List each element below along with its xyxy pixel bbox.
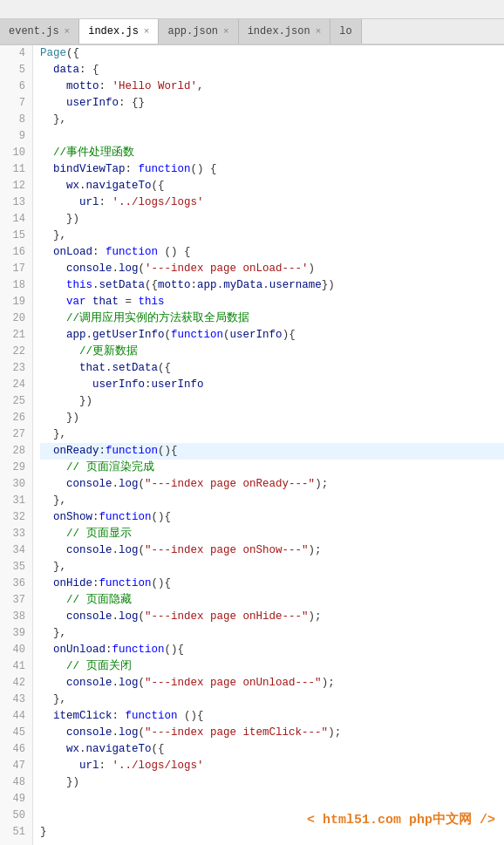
line-number-7: 7	[0, 95, 32, 112]
tab-lo[interactable]: lo	[330, 19, 361, 44]
code-panel[interactable]: Page({ data: { motto: 'Hello World', use…	[33, 45, 504, 845]
line-number-38: 38	[0, 609, 32, 625]
line-number-14: 14	[0, 211, 32, 228]
line-number-12: 12	[0, 178, 32, 194]
line-number-34: 34	[0, 542, 32, 559]
line-number-5: 5	[0, 62, 32, 78]
code-line-47: url: '../logs/logs'	[40, 758, 504, 774]
code-line-7: userInfo: {}	[40, 95, 504, 112]
line-number-19: 19	[0, 294, 32, 310]
line-number-36: 36	[0, 576, 32, 592]
tab-label: lo	[339, 25, 351, 37]
line-number-35: 35	[0, 559, 32, 576]
line-number-41: 41	[0, 658, 32, 675]
code-line-45: console.log("---index page itemClick---"…	[40, 725, 504, 741]
code-line-18: this.setData({motto:app.myData.username}…	[40, 277, 504, 294]
line-number-8: 8	[0, 112, 32, 128]
code-line-20: //调用应用实例的方法获取全局数据	[40, 310, 504, 327]
line-number-48: 48	[0, 774, 32, 791]
tab-close-index-json[interactable]: ×	[316, 26, 322, 37]
code-line-33: // 页面显示	[40, 526, 504, 542]
code-line-48: })	[40, 774, 504, 791]
code-line-12: wx.navigateTo({	[40, 178, 504, 194]
line-number-39: 39	[0, 625, 32, 642]
line-number-37: 37	[0, 592, 32, 609]
line-number-40: 40	[0, 642, 32, 658]
line-number-13: 13	[0, 194, 32, 211]
code-line-35: },	[40, 559, 504, 576]
code-line-32: onShow:function(){	[40, 509, 504, 526]
code-line-46: wx.navigateTo({	[40, 741, 504, 758]
code-line-43: },	[40, 692, 504, 708]
line-number-17: 17	[0, 261, 32, 277]
tab-close-index-js[interactable]: ×	[144, 26, 150, 37]
code-line-15: },	[40, 228, 504, 244]
tab-app-json[interactable]: app.json×	[159, 19, 238, 44]
code-line-36: onHide:function(){	[40, 576, 504, 592]
line-number-28: 28	[0, 443, 32, 460]
line-number-20: 20	[0, 310, 32, 327]
code-line-49	[40, 791, 504, 808]
line-number-23: 23	[0, 360, 32, 377]
line-number-32: 32	[0, 509, 32, 526]
line-number-22: 22	[0, 344, 32, 360]
code-line-31: },	[40, 493, 504, 509]
line-number-10: 10	[0, 145, 32, 161]
line-number-15: 15	[0, 228, 32, 244]
code-line-25: })	[40, 393, 504, 410]
code-line-34: console.log("---index page onShow---");	[40, 542, 504, 559]
tab-label: event.js	[9, 25, 59, 37]
tab-close-event-js[interactable]: ×	[65, 26, 71, 37]
code-line-41: // 页面关闭	[40, 658, 504, 675]
line-number-24: 24	[0, 377, 32, 393]
code-line-38: console.log("---index page onHide---");	[40, 609, 504, 625]
line-number-4: 4	[0, 45, 32, 62]
code-line-30: console.log("---index page onReady---");	[40, 476, 504, 493]
tab-index-json[interactable]: index.json×	[239, 19, 331, 44]
code-line-51: }	[40, 824, 504, 841]
tab-label: index.json	[248, 25, 310, 37]
code-line-8: },	[40, 112, 504, 128]
line-number-25: 25	[0, 393, 32, 410]
line-number-46: 46	[0, 741, 32, 758]
line-number-51: 51	[0, 824, 32, 841]
code-line-50	[40, 808, 504, 824]
line-number-11: 11	[0, 161, 32, 178]
line-number-50: 50	[0, 808, 32, 824]
line-number-31: 31	[0, 493, 32, 509]
line-number-45: 45	[0, 725, 32, 741]
line-number-43: 43	[0, 692, 32, 708]
code-line-39: },	[40, 625, 504, 642]
code-line-27: },	[40, 426, 504, 443]
tab-close-app-json[interactable]: ×	[223, 26, 229, 37]
line-number-6: 6	[0, 78, 32, 95]
line-number-18: 18	[0, 277, 32, 294]
tab-bar: event.js×index.js×app.json×index.json×lo	[0, 19, 504, 45]
line-number-30: 30	[0, 476, 32, 493]
code-line-9	[40, 128, 504, 145]
code-line-22: //更新数据	[40, 344, 504, 360]
code-line-4: Page({	[40, 45, 504, 62]
line-number-26: 26	[0, 410, 32, 426]
line-number-42: 42	[0, 675, 32, 692]
code-line-5: data: {	[40, 62, 504, 78]
code-line-37: // 页面隐藏	[40, 592, 504, 609]
line-number-49: 49	[0, 791, 32, 808]
code-line-14: })	[40, 211, 504, 228]
line-number-16: 16	[0, 244, 32, 261]
line-number-44: 44	[0, 708, 32, 725]
tab-label: index.js	[88, 25, 139, 37]
code-line-19: var that = this	[40, 294, 504, 310]
code-line-42: console.log("---index page onUnload---")…	[40, 675, 504, 692]
line-number-9: 9	[0, 128, 32, 145]
code-line-40: onUnload:function(){	[40, 642, 504, 658]
tab-index-js[interactable]: index.js×	[79, 19, 159, 45]
line-number-47: 47	[0, 758, 32, 774]
editor: 4567891011121314151617181920212223242526…	[0, 45, 504, 845]
line-number-21: 21	[0, 327, 32, 344]
tab-label: app.json	[167, 25, 218, 37]
code-line-29: // 页面渲染完成	[40, 460, 504, 476]
tab-event-js[interactable]: event.js×	[0, 19, 79, 44]
code-line-11: bindViewTap: function() {	[40, 161, 504, 178]
line-number-29: 29	[0, 460, 32, 476]
